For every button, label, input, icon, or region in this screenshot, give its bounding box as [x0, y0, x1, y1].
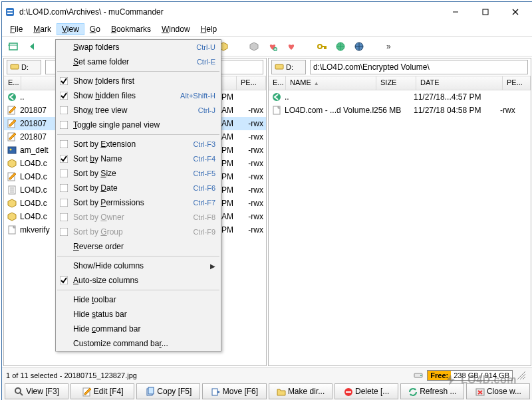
svg-rect-2: [7, 13, 13, 14]
menu-mark[interactable]: Mark: [28, 23, 57, 35]
heart-icon[interactable]: [285, 41, 297, 52]
box-dis-icon[interactable]: [248, 41, 260, 52]
cmd-delete-button[interactable]: Delete [...: [334, 383, 398, 399]
cmd-move-button[interactable]: Move [F6]: [202, 383, 266, 399]
col-size[interactable]: SIZE: [376, 76, 416, 90]
back-icon: [271, 92, 282, 102]
left-drive-button[interactable]: D:: [7, 60, 41, 74]
menu-item[interactable]: Sort by DateCtrl-F6: [56, 181, 221, 195]
globe-b-icon[interactable]: [353, 41, 365, 52]
checkbox-icon: [60, 121, 68, 129]
right-table-body[interactable]: ..11/27/18...4:57 PMLO4D.com - ...d Volu…: [269, 90, 531, 365]
menu-item[interactable]: Hide toolbar: [56, 292, 221, 307]
free-space-box: Free: 238 GB / 914 GB: [427, 370, 513, 381]
menu-item[interactable]: Sort by SizeCtrl-F5: [56, 166, 221, 181]
drive-icon: [275, 62, 284, 72]
svg-rect-46: [60, 106, 68, 114]
cmd-folder-button[interactable]: Make dir...: [269, 383, 332, 399]
menu-help[interactable]: Help: [196, 23, 223, 35]
svg-rect-4: [483, 9, 488, 15]
menu-item: Sort by GroupCtrl-F9: [56, 225, 221, 239]
chevron-right-icon: ▶: [210, 262, 215, 270]
col-date[interactable]: DATE: [416, 76, 503, 90]
menu-item[interactable]: Swap foldersCtrl-U: [56, 40, 221, 54]
menu-item[interactable]: Show hidden filesAlt+Shift-H: [56, 88, 221, 103]
menu-item[interactable]: Show folders first: [56, 74, 221, 88]
free-label: Free:: [428, 371, 451, 380]
menu-item[interactable]: Toggle single panel view: [56, 118, 221, 132]
checkbox-icon: [60, 92, 68, 100]
svg-rect-48: [60, 140, 68, 148]
window-buttons: [440, 3, 530, 21]
edit-icon: [7, 171, 17, 182]
menu-item[interactable]: Sort by PermissionsCtrl-F7: [56, 195, 221, 210]
menu-item[interactable]: Sort by NameCtrl-F4: [56, 151, 221, 166]
close-icon: [475, 387, 484, 396]
statusbar: 1 of 11 selected - 20180715_123827.jpg F…: [2, 367, 532, 382]
drive-icon: [10, 62, 19, 72]
resize-grip-icon[interactable]: [517, 371, 526, 380]
menu-view[interactable]: View: [57, 23, 84, 35]
menu-item: Sort by OwnerCtrl-F8: [56, 210, 221, 225]
close-button[interactable]: [500, 3, 530, 21]
col-perm[interactable]: PE...: [237, 76, 266, 90]
minimize-button[interactable]: [440, 3, 470, 21]
pkg-icon: [7, 211, 17, 222]
cmd-copy-button[interactable]: Copy [F5]: [136, 383, 200, 399]
free-value: 238 GB / 914 GB: [451, 371, 512, 379]
left-drive-label: D:: [21, 63, 29, 71]
globe-a-icon[interactable]: [334, 41, 346, 52]
key-icon[interactable]: [316, 41, 328, 52]
svg-rect-40: [212, 389, 217, 395]
menu-go[interactable]: Go: [84, 23, 106, 35]
svg-rect-42: [346, 391, 351, 393]
menu-item[interactable]: Hide status bar: [56, 307, 221, 322]
col-name[interactable]: NAME▲: [286, 76, 376, 90]
checkbox-icon: [60, 199, 68, 207]
cmd-edit-button[interactable]: Edit [F4]: [70, 383, 134, 399]
col-perm[interactable]: PE...: [503, 76, 531, 90]
menu-item[interactable]: Sort by ExtensionCtrl-F3: [56, 137, 221, 151]
svg-rect-39: [148, 387, 154, 394]
col-ext[interactable]: E...: [269, 76, 286, 90]
menu-window[interactable]: Window: [156, 23, 196, 35]
heart-add-icon[interactable]: [267, 41, 279, 52]
checkbox-icon: [60, 155, 68, 163]
file-icon: [7, 225, 17, 235]
img-icon: [7, 145, 17, 155]
checkbox-icon: [60, 169, 68, 177]
edit-icon: [7, 118, 17, 129]
more-icon[interactable]: »: [384, 41, 396, 52]
menu-item[interactable]: Show/Hide columns▶: [56, 258, 221, 273]
table-row[interactable]: LO4D.com - ...d Volume.hc256 MB11/27/18 …: [269, 104, 531, 117]
svg-point-23: [10, 149, 12, 151]
right-path-field[interactable]: d:\LO4D.com\Encrypted Volume\: [310, 60, 528, 74]
cmd-search-button[interactable]: View [F3]: [5, 383, 68, 399]
maximize-button[interactable]: [470, 3, 500, 21]
col-ext[interactable]: E...: [4, 76, 21, 90]
back-icon: [7, 92, 17, 102]
menu-bookmarks[interactable]: Bookmarks: [106, 23, 156, 35]
table-row[interactable]: ..11/27/18...4:57 PM: [269, 90, 531, 104]
svg-rect-52: [60, 199, 68, 207]
checkbox-icon: [60, 228, 68, 236]
right-panel-header: D: d:\LO4D.com\Encrypted Volume\: [269, 58, 531, 76]
new-window-icon[interactable]: [7, 41, 19, 52]
refresh-icon: [408, 387, 417, 396]
menu-item[interactable]: Customize command bar...: [56, 336, 221, 351]
menubar: FileMarkViewGoBookmarksWindowHelp: [2, 22, 532, 37]
sort-asc-icon: ▲: [314, 80, 319, 86]
go-back-icon[interactable]: [26, 41, 38, 52]
checkbox-icon: [60, 184, 68, 192]
copy-icon: [145, 387, 154, 396]
right-drive-button[interactable]: D:: [271, 60, 306, 74]
edit-icon: [82, 387, 91, 396]
menu-item[interactable]: Reverse order: [56, 239, 221, 254]
menu-file[interactable]: File: [5, 23, 28, 35]
cmd-close-button[interactable]: Close w...: [466, 383, 530, 399]
cmd-refresh-button[interactable]: Refresh ...: [400, 383, 464, 399]
menu-item[interactable]: Hide command bar: [56, 322, 221, 336]
menu-item[interactable]: Set same folderCtrl-E: [56, 54, 221, 69]
menu-item[interactable]: Show tree viewCtrl-J: [56, 103, 221, 118]
menu-item[interactable]: Auto-size columns: [56, 273, 221, 288]
